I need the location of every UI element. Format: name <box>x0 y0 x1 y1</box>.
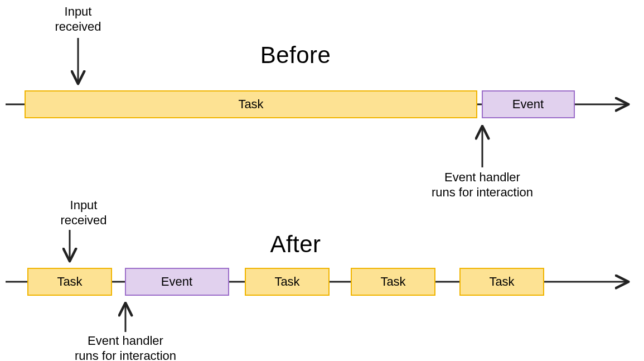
before-handler-line1: Event handler <box>444 170 520 184</box>
after-event-label: Event <box>161 275 192 288</box>
before-task-label: Task <box>238 97 264 111</box>
before-handler-line2: runs for interaction <box>432 185 533 199</box>
before-handler-callout: Event handler runs for interaction <box>432 127 533 199</box>
after-task1-label: Task <box>57 275 83 288</box>
after-input-callout: Input received <box>60 198 106 260</box>
after-task2-label: Task <box>274 275 300 288</box>
after-task3-label: Task <box>380 275 406 288</box>
after-input-line2: received <box>60 213 106 227</box>
diagram: Before Task Event Input received Event h… <box>0 0 644 361</box>
before-title: Before <box>260 42 331 68</box>
after-handler-line2: runs for interaction <box>75 349 176 361</box>
before-input-callout: Input received <box>55 4 101 83</box>
after-input-line1: Input <box>70 198 98 212</box>
after-section: After Task Event Task Task Task Input re… <box>6 198 627 361</box>
after-task4-label: Task <box>489 275 515 288</box>
after-title: After <box>270 231 321 257</box>
before-input-line2: received <box>55 20 101 33</box>
before-section: Before Task Event Input received Event h… <box>6 4 627 199</box>
before-input-line1: Input <box>65 4 92 18</box>
before-event-label: Event <box>512 97 544 111</box>
after-handler-line1: Event handler <box>88 334 163 348</box>
after-handler-callout: Event handler runs for interaction <box>75 304 176 361</box>
